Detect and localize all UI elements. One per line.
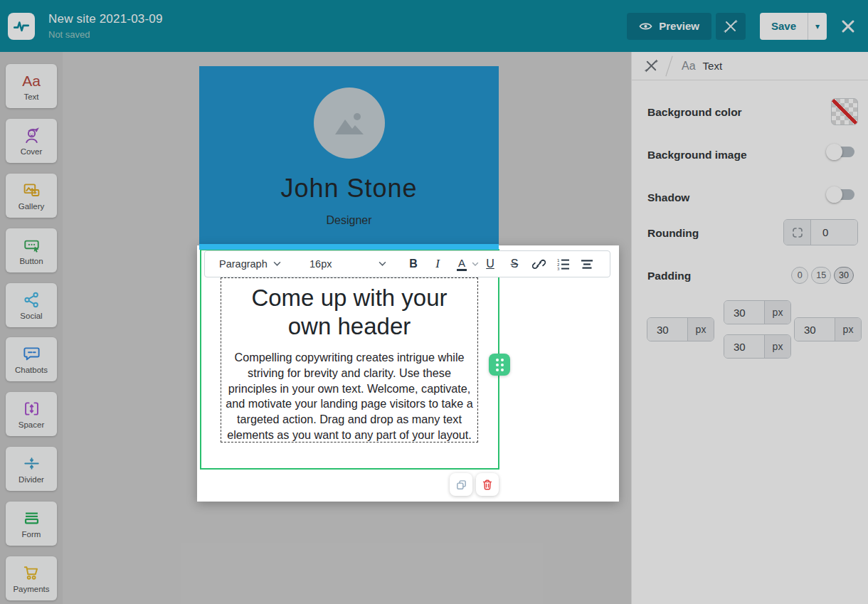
sidebar-item-form[interactable]: Form xyxy=(6,502,57,546)
corner-radius-icon[interactable] xyxy=(784,220,811,245)
save-split-button: Save ▾ xyxy=(760,13,827,40)
padding-preset-0[interactable]: 0 xyxy=(791,267,808,284)
svg-text:3: 3 xyxy=(557,267,559,270)
sidebar-item-label: Form xyxy=(22,530,41,539)
elements-sidebar: Aa Text Cover Gallery Button Social xyxy=(0,52,63,604)
padding-top-control: px xyxy=(724,300,791,324)
page-canvas: John Stone Designer Paragraph 16px B I A xyxy=(63,52,631,604)
design-root-crumb[interactable] xyxy=(644,58,659,73)
sidebar-item-label: Divider xyxy=(18,475,44,484)
font-color-button[interactable]: A xyxy=(453,255,470,273)
background-color-swatch[interactable] xyxy=(831,98,858,125)
padding-right-input[interactable] xyxy=(795,318,835,341)
rounding-control xyxy=(783,219,858,245)
preview-button[interactable]: Preview xyxy=(627,13,711,40)
text-heading: Come up with your own header xyxy=(238,284,460,341)
sidebar-item-divider[interactable]: Divider xyxy=(6,447,57,491)
cover-role: Designer xyxy=(326,214,371,227)
font-size-dropdown[interactable]: 16px xyxy=(309,258,339,270)
share-icon xyxy=(22,290,41,309)
design-tools-button[interactable] xyxy=(716,13,746,40)
padding-bottom-unit: px xyxy=(765,335,790,358)
shadow-label: Shadow xyxy=(647,191,689,204)
avatar[interactable] xyxy=(314,88,385,159)
sidebar-item-label: Button xyxy=(19,257,43,265)
sidebar-item-cover[interactable]: Cover xyxy=(6,119,57,163)
chevron-down-icon[interactable] xyxy=(273,261,281,267)
cover-section[interactable]: John Stone Designer xyxy=(199,66,499,244)
cover-person-icon xyxy=(22,126,41,145)
link-button[interactable] xyxy=(530,255,547,273)
rounding-input[interactable] xyxy=(811,220,857,245)
copy-icon xyxy=(455,479,467,491)
text-element[interactable]: Come up with your own header Compelling … xyxy=(221,277,478,443)
sidebar-item-payments[interactable]: Payments xyxy=(6,556,57,600)
text-icon: Aa xyxy=(22,71,41,90)
padding-label: Padding xyxy=(647,270,691,282)
delete-button[interactable] xyxy=(476,473,499,496)
topbar-actions: Preview Save ▾ xyxy=(627,13,868,40)
sidebar-item-text[interactable]: Aa Text xyxy=(6,64,57,108)
underline-button[interactable]: U xyxy=(482,255,499,273)
sidebar-item-label: Gallery xyxy=(18,202,44,211)
sidebar-item-chatbots[interactable]: Chatbots xyxy=(6,337,57,381)
sidebar-item-label: Cover xyxy=(21,147,43,156)
background-image-toggle[interactable] xyxy=(828,147,854,157)
save-status: Not saved xyxy=(48,29,163,40)
close-icon xyxy=(840,18,856,34)
sidebar-item-spacer[interactable]: Spacer xyxy=(6,392,57,436)
sidebar-item-label: Payments xyxy=(13,585,49,593)
cart-icon xyxy=(22,563,41,583)
breadcrumb-current: Text xyxy=(703,60,723,72)
rounding-label: Rounding xyxy=(647,227,699,240)
padding-bottom-control: px xyxy=(724,334,791,359)
sidebar-item-gallery[interactable]: Gallery xyxy=(6,174,57,218)
close-button[interactable] xyxy=(839,17,857,36)
shadow-toggle[interactable] xyxy=(828,189,854,200)
magic-tools-icon xyxy=(644,58,659,73)
page-title: New site 2021-03-09 xyxy=(48,12,163,26)
align-center-button[interactable] xyxy=(578,255,596,273)
padding-bottom-input[interactable] xyxy=(724,335,764,358)
bold-button[interactable]: B xyxy=(405,255,422,273)
padding-right-control: px xyxy=(794,317,862,341)
text-body: Compelling copywriting creates intrigue … xyxy=(224,350,475,443)
sidebar-item-label: Spacer xyxy=(18,420,44,429)
topbar: New site 2021-03-09 Not saved Preview Sa… xyxy=(0,0,868,52)
italic-button[interactable]: I xyxy=(429,255,446,273)
sidebar-item-button[interactable]: Button xyxy=(6,228,57,272)
grip-dots-icon xyxy=(496,359,504,371)
sidebar-item-social[interactable]: Social xyxy=(6,283,57,327)
text-icon: Aa xyxy=(682,60,696,73)
strikethrough-button[interactable]: S xyxy=(506,255,523,273)
builder-window: New site 2021-03-09 Not saved Preview Sa… xyxy=(0,0,868,604)
duplicate-button[interactable] xyxy=(450,473,472,496)
chevron-down-icon[interactable] xyxy=(472,262,479,267)
padding-presets: 0 15 30 xyxy=(791,267,854,284)
padding-preset-15[interactable]: 15 xyxy=(811,267,831,284)
align-center-icon xyxy=(581,259,593,270)
padding-right-unit: px xyxy=(835,318,861,341)
app-logo[interactable] xyxy=(8,13,35,40)
magic-tools-icon xyxy=(723,18,739,34)
padding-left-input[interactable] xyxy=(647,318,687,341)
sidebar-item-label: Social xyxy=(20,312,42,320)
save-dropdown-button[interactable]: ▾ xyxy=(808,13,827,40)
chat-bubble-icon xyxy=(22,344,41,364)
save-button[interactable]: Save xyxy=(760,13,808,40)
padding-top-input[interactable] xyxy=(724,301,764,324)
site-title-block: New site 2021-03-09 Not saved xyxy=(48,12,163,40)
drag-handle[interactable] xyxy=(489,354,510,376)
spacer-icon xyxy=(22,399,41,418)
paragraph-style-dropdown[interactable]: Paragraph xyxy=(219,258,273,270)
breadcrumb: Aa Text xyxy=(632,52,868,80)
settings-panel: Aa Text Background color Background imag… xyxy=(631,52,868,604)
section-hover-indicator xyxy=(199,244,499,250)
ordered-list-button[interactable]: 123 xyxy=(554,255,571,273)
chevron-down-icon[interactable] xyxy=(379,261,386,267)
pulse-icon xyxy=(12,17,31,36)
caret-down-icon: ▾ xyxy=(815,21,820,31)
ordered-list-icon: 123 xyxy=(556,258,570,270)
image-placeholder-icon xyxy=(333,110,366,136)
padding-preset-30[interactable]: 30 xyxy=(834,267,854,284)
